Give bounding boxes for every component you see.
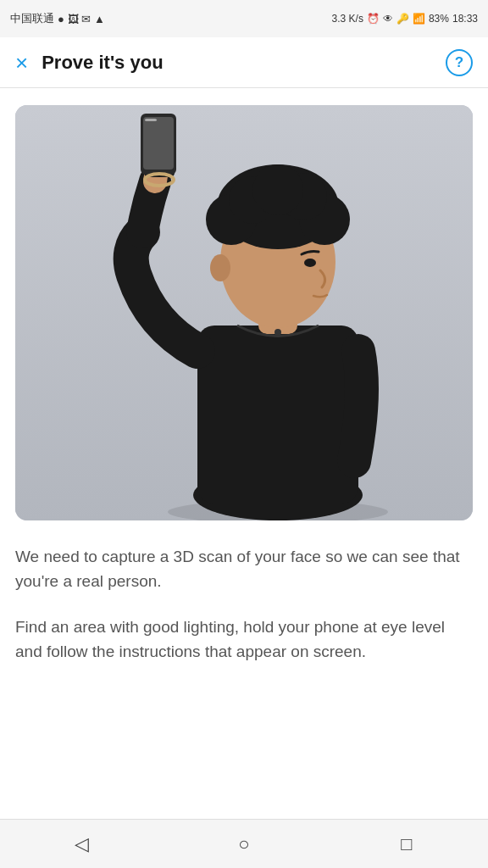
recents-button[interactable]: □ — [373, 820, 441, 868]
close-button[interactable]: × — [15, 52, 28, 74]
notification-icons: 🖼 ✉ ▲ — [68, 13, 105, 25]
home-button[interactable]: ○ — [210, 820, 278, 868]
recents-icon: □ — [401, 833, 412, 855]
eye-icon: 👁 — [383, 13, 393, 25]
home-icon: ○ — [238, 833, 249, 855]
bottom-nav: ◁ ○ □ — [0, 819, 488, 868]
status-bar: 中国联通 ● 🖼 ✉ ▲ 3.3 K/s ⏰ 👁 🔑 📶 83% 18:33 — [0, 0, 488, 37]
alarm-icon: ⏰ — [367, 13, 380, 25]
svg-point-19 — [304, 259, 316, 267]
network-speed: 3.3 K/s — [332, 13, 363, 25]
nav-bar: × Prove it's you ? — [0, 37, 488, 88]
page-title: Prove it's you — [42, 52, 446, 74]
carrier-label: 中国联通 — [10, 11, 54, 26]
person-svg — [15, 105, 473, 520]
svg-rect-15 — [143, 117, 174, 170]
description-section: We need to capture a 3D scan of your fac… — [15, 544, 473, 665]
svg-point-18 — [274, 329, 281, 336]
main-content: We need to capture a 3D scan of your fac… — [0, 88, 488, 710]
description-paragraph-1: We need to capture a 3D scan of your fac… — [15, 544, 473, 594]
battery-label: 83% — [429, 13, 449, 25]
status-left: 中国联通 ● 🖼 ✉ ▲ — [10, 11, 105, 26]
help-icon: ? — [455, 54, 463, 71]
svg-rect-3 — [197, 326, 358, 504]
back-button[interactable]: ◁ — [47, 820, 115, 868]
help-button[interactable]: ? — [446, 49, 473, 76]
key-icon: 🔑 — [396, 13, 409, 25]
svg-point-11 — [252, 164, 303, 215]
time-label: 18:33 — [452, 13, 478, 25]
description-paragraph-2: Find an area with good lighting, hold yo… — [15, 615, 473, 665]
selfie-illustration — [15, 105, 473, 520]
carrier-icon: ● — [58, 13, 64, 25]
status-right: 3.3 K/s ⏰ 👁 🔑 📶 83% 18:33 — [332, 13, 478, 25]
wifi-icon: 📶 — [413, 13, 425, 25]
svg-point-12 — [210, 254, 230, 281]
svg-rect-16 — [145, 119, 157, 121]
back-icon: ◁ — [75, 833, 89, 855]
